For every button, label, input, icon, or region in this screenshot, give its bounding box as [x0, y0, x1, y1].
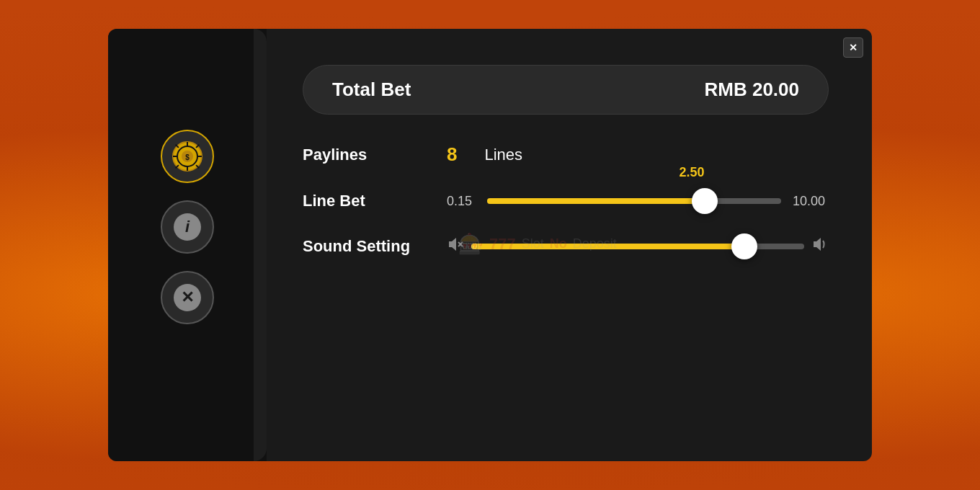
settings-section: Paylines 8 Lines Line Bet 0.15 2.50 — [303, 143, 829, 257]
line-bet-tooltip: 2.50 — [679, 165, 704, 180]
content-area: Total Bet RMB 20.00 Paylines 8 Lines Lin… — [267, 29, 872, 461]
line-bet-thumb[interactable]: 2.50 — [692, 188, 718, 214]
sound-setting-label: Sound Setting — [303, 237, 425, 256]
svg-text:$: $ — [185, 153, 190, 161]
main-panel: ✕ $ i — [108, 29, 872, 461]
line-bet-row: Line Bet 0.15 2.50 10.00 — [303, 192, 829, 210]
chip-button[interactable]: $ — [161, 130, 214, 183]
sound-fill — [471, 244, 744, 249]
sound-thumb[interactable] — [731, 233, 757, 259]
chip-icon: $ — [172, 141, 203, 172]
total-bet-bar: Total Bet RMB 20.00 — [303, 65, 829, 115]
total-bet-label: Total Bet — [332, 79, 411, 101]
paylines-unit: Lines — [484, 146, 522, 164]
sound-setting-row: Sound Setting — [303, 236, 829, 257]
line-bet-label: Line Bet — [303, 192, 425, 210]
sidebar-close-button[interactable]: ✕ — [161, 271, 214, 324]
paylines-label: Paylines — [303, 146, 425, 164]
line-bet-slider-container: 0.15 2.50 10.00 — [447, 194, 829, 209]
info-icon: i — [174, 213, 201, 241]
total-bet-value: RMB 20.00 — [705, 79, 800, 101]
sidebar: $ i ✕ — [108, 29, 267, 461]
sound-track[interactable] — [471, 244, 804, 249]
paylines-row: Paylines 8 Lines — [303, 143, 829, 166]
info-button[interactable]: i — [161, 200, 214, 254]
line-bet-track[interactable]: 2.50 — [487, 198, 781, 204]
line-bet-min: 0.15 — [447, 194, 476, 209]
sound-on-icon[interactable] — [811, 236, 829, 257]
sound-slider-container — [447, 236, 829, 257]
line-bet-fill — [487, 198, 705, 204]
line-bet-max: 10.00 — [793, 194, 829, 209]
close-x-button[interactable]: ✕ — [843, 37, 863, 58]
paylines-value: 8 — [447, 143, 457, 166]
sound-mute-icon[interactable] — [447, 236, 464, 257]
x-icon: ✕ — [174, 284, 201, 311]
